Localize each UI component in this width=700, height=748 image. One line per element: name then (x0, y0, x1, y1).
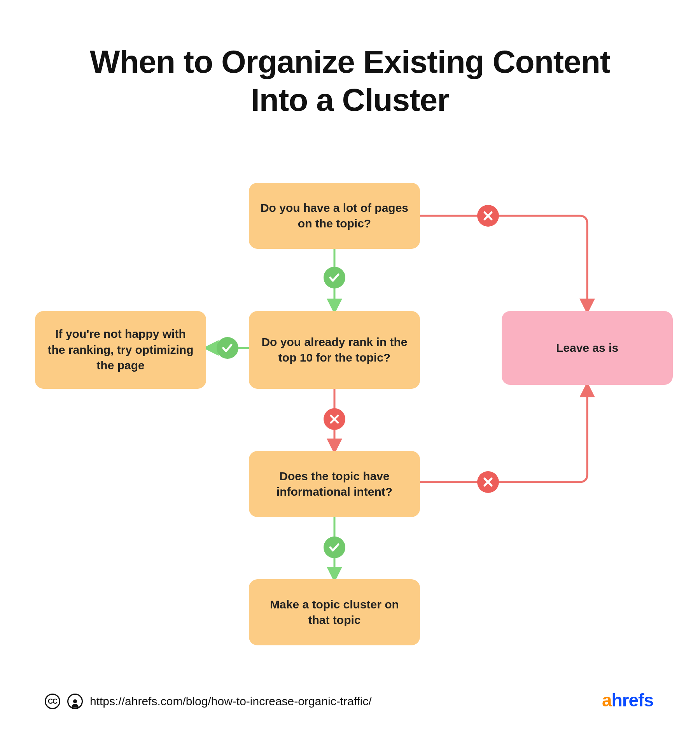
node-optimize: If you're not happy with the ranking, tr… (35, 311, 206, 389)
attribution-icon (67, 694, 83, 709)
node-leave-label: Leave as is (556, 340, 618, 356)
footer: CC https://ahrefs.com/blog/how-to-increa… (45, 694, 372, 709)
source-url: https://ahrefs.com/blog/how-to-increase-… (90, 695, 372, 708)
cc-icon: CC (45, 694, 60, 709)
node-cluster-label: Make a topic cluster on that topic (260, 597, 409, 628)
svg-point-2 (217, 337, 238, 359)
node-q3: Does the topic have informational intent… (249, 451, 420, 517)
node-q2: Do you already rank in the top 10 for th… (249, 311, 420, 389)
brand-a: a (602, 690, 612, 710)
node-leave: Leave as is (502, 311, 673, 385)
svg-point-4 (477, 471, 499, 493)
svg-point-1 (477, 205, 499, 227)
svg-point-5 (324, 537, 345, 558)
diagram-title: When to Organize Existing Content Into a… (78, 43, 622, 119)
svg-point-0 (324, 267, 345, 288)
node-cluster: Make a topic cluster on that topic (249, 579, 420, 645)
svg-point-3 (324, 408, 345, 430)
diagram-canvas: When to Organize Existing Content Into a… (0, 0, 700, 748)
node-optimize-label: If you're not happy with the ranking, tr… (46, 326, 195, 374)
brand-rest: hrefs (612, 690, 653, 710)
node-q1-label: Do you have a lot of pages on the topic? (260, 200, 409, 232)
brand-logo: ahrefs (602, 690, 653, 711)
node-q1: Do you have a lot of pages on the topic? (249, 183, 420, 249)
node-q2-label: Do you already rank in the top 10 for th… (260, 334, 409, 366)
node-q3-label: Does the topic have informational intent… (260, 468, 409, 500)
